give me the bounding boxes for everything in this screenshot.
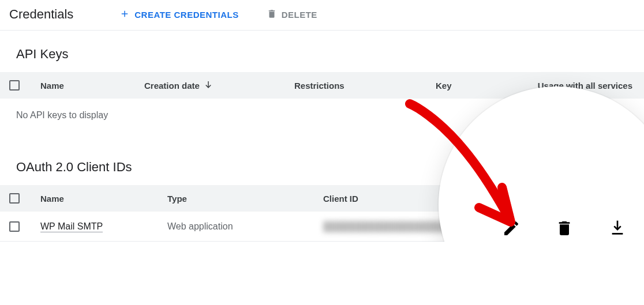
row-checkbox[interactable] xyxy=(9,221,40,232)
col-type[interactable]: Type xyxy=(167,194,323,204)
col-client-id[interactable]: Client ID xyxy=(323,194,635,204)
api-keys-title: API Keys xyxy=(0,31,644,72)
col-creation-date[interactable]: Creation date xyxy=(144,80,294,92)
create-credentials-button[interactable]: CREATE CREDENTIALS xyxy=(119,9,238,21)
col-name[interactable]: Name xyxy=(40,81,144,91)
col-name[interactable]: Name xyxy=(40,194,167,204)
col-restrictions[interactable]: Restrictions xyxy=(294,81,436,91)
col-usage[interactable]: Usage with all services xyxy=(534,81,635,91)
api-keys-section: API Keys Name Creation date Restrictions… xyxy=(0,31,644,132)
trash-icon xyxy=(267,9,277,21)
page-header: Credentials CREATE CREDENTIALS DELETE xyxy=(0,0,644,31)
plus-icon xyxy=(119,9,130,21)
select-all-checkbox[interactable] xyxy=(9,80,40,91)
sort-desc-icon xyxy=(203,80,214,92)
oauth-client-name-link[interactable]: WP Mail SMTP xyxy=(40,221,103,232)
oauth-client-type: Web application xyxy=(167,221,323,232)
select-all-checkbox[interactable] xyxy=(9,193,40,204)
page-title: Credentials xyxy=(9,7,73,22)
api-keys-empty: No API keys to display xyxy=(0,99,644,132)
delete-button[interactable]: DELETE xyxy=(267,9,317,21)
col-key[interactable]: Key xyxy=(436,81,534,91)
edit-icon[interactable] xyxy=(502,219,521,238)
api-keys-table-header: Name Creation date Restrictions Key Usag… xyxy=(0,72,644,99)
oauth-table-header: Name Type Client ID xyxy=(0,185,644,212)
download-icon[interactable] xyxy=(608,219,627,238)
trash-icon[interactable] xyxy=(555,219,574,238)
oauth-title: OAuth 2.0 Client IDs xyxy=(0,144,644,185)
create-label: CREATE CREDENTIALS xyxy=(134,10,238,20)
delete-label: DELETE xyxy=(282,10,317,20)
